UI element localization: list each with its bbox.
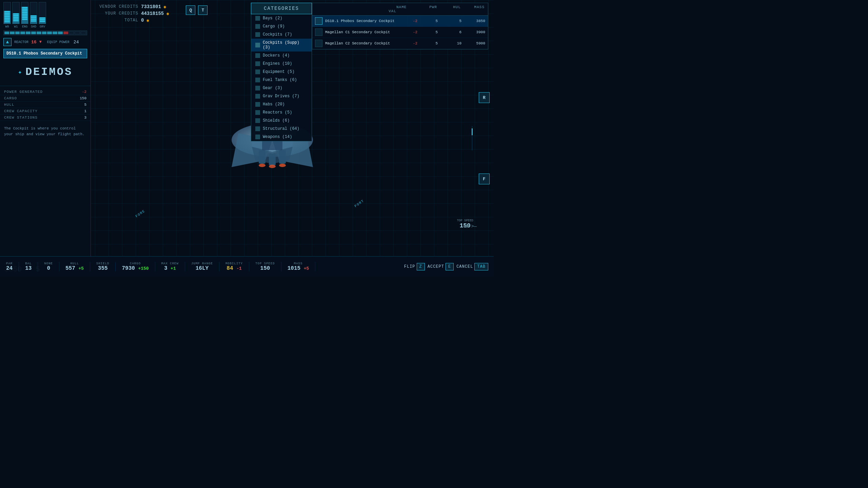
bottom-stat-hull: HULL 557 +5 — [59, 262, 90, 271]
item-icon-1 — [315, 28, 322, 36]
structural-icon — [255, 126, 260, 131]
scroll-track — [472, 126, 473, 150]
ship-name: DEIMOS — [25, 66, 73, 78]
item-row-2[interactable]: Magellan C2 Secondary Cockpit -2 5 10 59… — [312, 38, 488, 49]
bottom-stat-none: NONE 0 — [38, 262, 59, 271]
category-gear[interactable]: Gear (3) — [251, 84, 312, 92]
categories-panel: CATEGORIES Bays (2) Cargo (9) Cockpits (… — [251, 3, 312, 141]
svg-rect-13 — [262, 140, 282, 150]
item-icon-2 — [315, 40, 322, 47]
fuel-tank-icon — [255, 78, 260, 82]
category-engines[interactable]: Engines (10) — [251, 60, 312, 68]
bottom-stat-jump-range: JUMP RANGE 16LY — [185, 262, 219, 271]
cancel-action: CANCEL TAB — [456, 263, 488, 270]
your-credits-row: YOUR CREDITS 44318155 ◉ — [98, 11, 169, 16]
power-bar-w0: W0 — [3, 2, 11, 28]
items-table-header: NAME PWR HUL MASS VAL — [312, 3, 488, 16]
stat-hull: HULL 5 — [0, 102, 91, 108]
accept-key[interactable]: E — [446, 263, 454, 270]
category-grav-drives[interactable]: Grav Drives (7) — [251, 92, 312, 100]
item-row-0[interactable]: DS10.1 Phobos Secondary Cockpit -2 5 5 3… — [312, 16, 488, 27]
your-credit-icon: ◉ — [166, 11, 169, 16]
shield-cat-icon — [255, 118, 260, 123]
divider — [0, 86, 91, 86]
category-cockpits-supp[interactable]: Cockpits (Supp) (3) — [251, 39, 312, 52]
category-dockers[interactable]: Dockers (4) — [251, 52, 312, 60]
fore-label: FORE — [135, 209, 146, 218]
right-buttons: R F — [479, 92, 490, 184]
header-keys: Q T — [186, 4, 208, 15]
bottom-stat-bal: BAL 13 — [19, 262, 38, 271]
reactor-row: ▲ REACTOR 16 ▼ EQUIP POWER 24 — [0, 37, 91, 47]
credits-section: VENDOR CREDITS 7331801 ◉ YOUR CREDITS 44… — [98, 4, 169, 23]
item-description: The Cockpit is where you control your sh… — [0, 122, 91, 259]
hab-icon — [255, 102, 260, 107]
cancel-key[interactable]: TAB — [474, 263, 488, 270]
stat-crew-stations: CREW STATIONS 3 — [0, 115, 91, 121]
bottom-stat-top-speed: TOP SPEED 150 — [249, 262, 281, 271]
category-structural[interactable]: Structural (64) — [251, 125, 312, 133]
f-button[interactable]: F — [479, 174, 490, 184]
selected-item-label: DS10.1 Phobos Secondary Cockpit — [3, 49, 87, 58]
svg-point-10 — [269, 165, 276, 168]
power-bar-eng: ENG — [21, 2, 28, 28]
engine-icon — [255, 61, 260, 66]
total-credit-icon: ◉ — [146, 18, 149, 23]
cargo-icon — [255, 24, 260, 29]
docker-icon — [255, 53, 260, 58]
equipment-icon — [255, 69, 260, 74]
key-t-button[interactable]: T — [198, 5, 208, 15]
stat-cargo: CARGO 150 — [0, 95, 91, 102]
power-bar-shd: SHD — [30, 2, 37, 28]
svg-point-8 — [259, 164, 265, 167]
power-bars-section: W0 W1 — [0, 0, 91, 30]
equip-counter: 0 >— — [465, 224, 477, 229]
vendor-credits-row: VENDOR CREDITS 7331801 ◉ — [98, 4, 169, 9]
bottom-stat-par: PAR 24 — [0, 262, 19, 271]
grav-drive-icon — [255, 94, 260, 99]
weapon-icon — [255, 135, 260, 139]
power-bar-w1: W1 — [12, 2, 20, 28]
svg-point-9 — [279, 164, 286, 167]
item-icon-0 — [315, 17, 322, 25]
category-cargo[interactable]: Cargo (9) — [251, 22, 312, 30]
accept-action: ACCEPT E — [428, 263, 454, 270]
flip-action: FLIP Z — [404, 263, 425, 270]
stat-crew-capacity: CREW CAPACITY 1 — [0, 108, 91, 115]
category-cockpits[interactable]: Cockpits (7) — [251, 30, 312, 39]
left-panel: W0 W1 — [0, 0, 91, 277]
ship-logo: ✦ DEIMOS — [3, 62, 87, 82]
bottom-stat-shield: SHIELD 355 — [90, 262, 116, 271]
category-equipment[interactable]: Equipment (5) — [251, 68, 312, 76]
stat-power-generated: POWER GENERATED -2 — [0, 89, 91, 95]
bays-icon — [255, 16, 260, 21]
power-bar-grv: GRV — [39, 2, 46, 28]
total-row: TOTAL 0 ◉ — [98, 18, 169, 23]
gear-category-icon — [255, 86, 260, 90]
category-reactors[interactable]: Reactors (5) — [251, 108, 312, 117]
category-weapons[interactable]: Weapons (14) — [251, 133, 312, 141]
bottom-stat-mass: MASS 1015 +5 — [281, 262, 316, 271]
category-habs[interactable]: Habs (20) — [251, 100, 312, 108]
energy-bar — [3, 30, 87, 35]
category-bays[interactable]: Bays (2) — [251, 14, 312, 22]
category-fuel-tanks[interactable]: Fuel Tanks (6) — [251, 76, 312, 84]
categories-header[interactable]: CATEGORIES — [251, 3, 312, 14]
bottom-stat-mobility: MOBILITY 84 -1 — [219, 262, 249, 271]
stats-table: POWER GENERATED -2 CARGO 150 HULL 5 CREW… — [0, 89, 91, 121]
bottom-stat-max-crew: MAX CREW 3 +1 — [155, 262, 185, 271]
key-q-button[interactable]: Q — [186, 5, 195, 15]
logo-star-icon: ✦ — [18, 68, 23, 76]
items-panel: NAME PWR HUL MASS VAL DS10.1 Phobos Seco… — [312, 3, 488, 49]
bottom-actions: FLIP Z ACCEPT E CANCEL TAB — [404, 263, 494, 270]
bottom-stat-cargo: CARGO 7930 +150 — [116, 262, 155, 271]
item-row-1[interactable]: Magellan C1 Secondary Cockpit -2 5 6 390… — [312, 27, 488, 38]
reactor-icon: ▲ — [3, 38, 12, 46]
category-shields[interactable]: Shields (6) — [251, 117, 312, 125]
cockpit-supp-icon — [255, 43, 260, 47]
r-button[interactable]: R — [479, 92, 490, 103]
bottom-bar: PAR 24 BAL 13 NONE 0 HULL 557 +5 SHIELD … — [0, 256, 494, 277]
scroll-thumb — [472, 128, 473, 135]
vendor-credit-icon: ◉ — [164, 4, 166, 9]
flip-key[interactable]: Z — [417, 263, 425, 270]
